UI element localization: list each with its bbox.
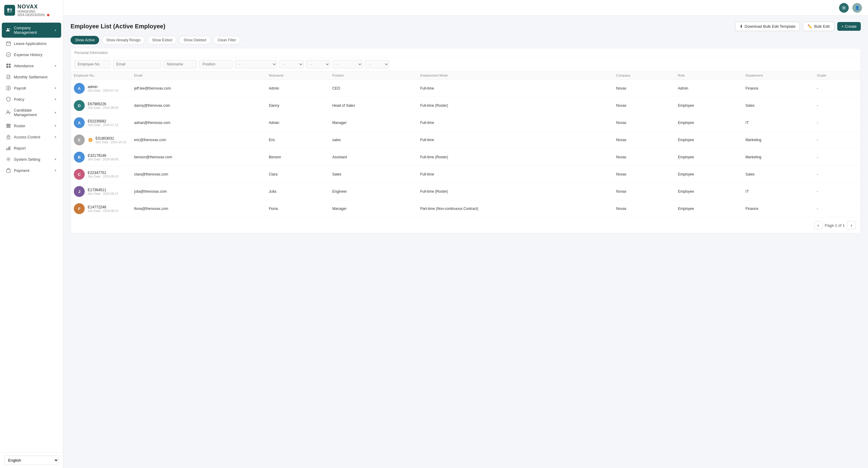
svg-rect-13 — [6, 66, 8, 68]
calendar-icon — [6, 41, 11, 46]
sidebar-item-system-setting[interactable]: System Setting ▼ — [2, 154, 61, 165]
edit-icon: ✏️ — [807, 24, 812, 29]
cell-nickname: Danny — [266, 97, 330, 114]
cell-nickname: Admin — [266, 80, 330, 97]
table-row[interactable]: F E14772246 Join Date : 2024-08-13 fiona… — [71, 200, 861, 217]
cell-position: Manager — [330, 200, 417, 217]
cell-role: Admin — [675, 80, 742, 97]
lock-icon — [6, 135, 11, 139]
table-row[interactable]: E ! E51803031 Join Date : 2024-10-10 eri… — [71, 131, 861, 149]
sidebar-item-label: Report — [14, 146, 26, 150]
cell-grade: - — [814, 80, 861, 97]
sidebar-item-candidate-management[interactable]: Candidate Management ▼ — [2, 105, 61, 120]
chevron-icon: ▼ — [54, 64, 57, 67]
department-filter[interactable]: - — [333, 60, 363, 68]
download-icon: ⬇ — [740, 24, 743, 29]
user-avatar[interactable]: 👤 — [852, 3, 862, 13]
content-area: Employee List (Active Employee) ⬇ Downlo… — [63, 16, 868, 468]
bag-icon — [6, 168, 11, 173]
table-row[interactable]: B E32179146 Join Date : 2024-08-06 benso… — [71, 149, 861, 166]
create-button[interactable]: + Create — [837, 22, 861, 31]
sidebar-item-label: Expense History — [14, 53, 42, 57]
sidebar-item-roster[interactable]: Roster ▼ — [2, 120, 61, 131]
sidebar-item-expense-history[interactable]: Expense History — [2, 49, 61, 60]
cell-department: IT — [743, 183, 814, 200]
cell-nickname: Fiona — [266, 200, 330, 217]
people-icon — [6, 28, 11, 33]
table-row[interactable]: A E52235682 Join Date : 2024-07-12 adria… — [71, 114, 861, 131]
sidebar-item-policy[interactable]: Policy ▼ — [2, 94, 61, 105]
company-filter[interactable]: - — [279, 60, 304, 68]
next-page-button[interactable]: › — [847, 221, 856, 230]
logo-text: NOVAX HONGKONG 2024-10(2023/2024) — [18, 4, 50, 17]
cell-grade: - — [814, 183, 861, 200]
language-select[interactable]: English — [4, 456, 59, 465]
alert-dot — [47, 14, 50, 16]
sidebar-item-label: Monthly Settlement — [14, 75, 47, 79]
table-row[interactable]: A admin Join Date : 2024-07-10 jeff.lee@… — [71, 80, 861, 97]
chevron-icon: ▼ — [54, 29, 57, 32]
bulk-edit-button[interactable]: ✏️ Bulk Edit — [803, 22, 834, 31]
show-exited-button[interactable]: Show Exited — [147, 36, 177, 44]
nickname-filter[interactable] — [164, 60, 197, 68]
cell-employment-mode: Full-time — [417, 166, 613, 183]
cell-email: julia@thenovax.com — [131, 183, 266, 200]
show-already-resign-button[interactable]: Show Already Resign — [101, 36, 145, 44]
cell-company: Novax — [613, 149, 675, 166]
sidebar-item-label: Leave Applications — [14, 41, 46, 46]
chevron-icon: ▼ — [54, 111, 57, 114]
sidebar-item-access-control[interactable]: Access Control ▼ — [2, 131, 61, 142]
warning-dot: ! — [88, 138, 93, 142]
col-header-employment-mode: Employment Mode — [417, 71, 613, 80]
table-row[interactable]: D E67985226 Join Date : 2024-08-05 danny… — [71, 97, 861, 114]
cell-emp-no: F E14772246 Join Date : 2024-08-13 — [71, 200, 131, 217]
table-row[interactable]: J E17364511 Join Date : 2024-08-21 julia… — [71, 183, 861, 200]
cell-email: jeff.lee@thenovax.com — [131, 80, 266, 97]
sidebar-item-label: Policy — [14, 97, 24, 101]
sidebar-item-label: Payment — [14, 168, 29, 173]
brand-name: NOVAX — [18, 4, 50, 10]
cell-email: eric@thenovax.com — [131, 131, 266, 149]
chevron-icon: ▼ — [54, 98, 57, 101]
role-filter[interactable]: - — [306, 60, 330, 68]
sidebar-item-payment[interactable]: Payment ▼ — [2, 165, 61, 176]
cell-company: Novax — [613, 200, 675, 217]
header-actions: ⬇ Download Bulk Edit Template ✏️ Bulk Ed… — [735, 22, 861, 31]
employee-no-filter[interactable] — [74, 60, 111, 68]
cell-position: Assistant — [330, 149, 417, 166]
sidebar-item-label: System Setting — [14, 157, 40, 162]
table-row[interactable]: C E22347751 Join Date : 2024-09-10 clara… — [71, 166, 861, 183]
sidebar-item-payroll[interactable]: Payroll ▼ — [2, 83, 61, 93]
cell-grade: - — [814, 97, 861, 114]
svg-rect-22 — [6, 124, 10, 125]
logo-icon — [4, 5, 15, 16]
svg-rect-12 — [9, 64, 10, 65]
settings-icon-button[interactable] — [839, 3, 849, 13]
cell-department: Marketing — [743, 131, 814, 149]
sidebar-item-leave-applications[interactable]: Leave Applications — [2, 38, 61, 49]
sidebar-item-attendance[interactable]: Attendance ▼ — [2, 60, 61, 71]
show-deleted-button[interactable]: Show Deleted — [179, 36, 211, 44]
cell-nickname: Clara — [266, 166, 330, 183]
clean-filter-button[interactable]: Clean Filter — [213, 36, 241, 44]
sidebar-nav: Company Management ▼ Leave Applications … — [0, 21, 63, 452]
prev-page-button[interactable]: ‹ — [814, 221, 823, 230]
table-body: A admin Join Date : 2024-07-10 jeff.lee@… — [71, 80, 861, 217]
position-filter[interactable] — [199, 60, 232, 68]
cell-email: benson@thenovax.com — [131, 149, 266, 166]
sidebar-item-monthly-settlement[interactable]: Monthly Settlement — [2, 71, 61, 82]
cell-department: Sales — [743, 97, 814, 114]
show-active-button[interactable]: Show Active — [70, 36, 99, 44]
sidebar-item-report[interactable]: Report — [2, 143, 61, 153]
download-bulk-edit-button[interactable]: ⬇ Download Bulk Edit Template — [735, 22, 800, 31]
cell-emp-no: C E22347751 Join Date : 2024-09-10 — [71, 166, 131, 183]
col-header-company: Company — [613, 71, 675, 80]
employment-mode-filter[interactable]: - — [235, 60, 277, 68]
cell-grade: - — [814, 166, 861, 183]
email-filter[interactable] — [113, 60, 161, 68]
sidebar-item-company-management[interactable]: Company Management ▼ — [2, 23, 61, 38]
employee-avatar: E — [74, 135, 85, 145]
cell-employment-mode: Full-time (Roster) — [417, 97, 613, 114]
grade-filter[interactable]: - — [365, 60, 389, 68]
col-header-role: Role — [675, 71, 742, 80]
